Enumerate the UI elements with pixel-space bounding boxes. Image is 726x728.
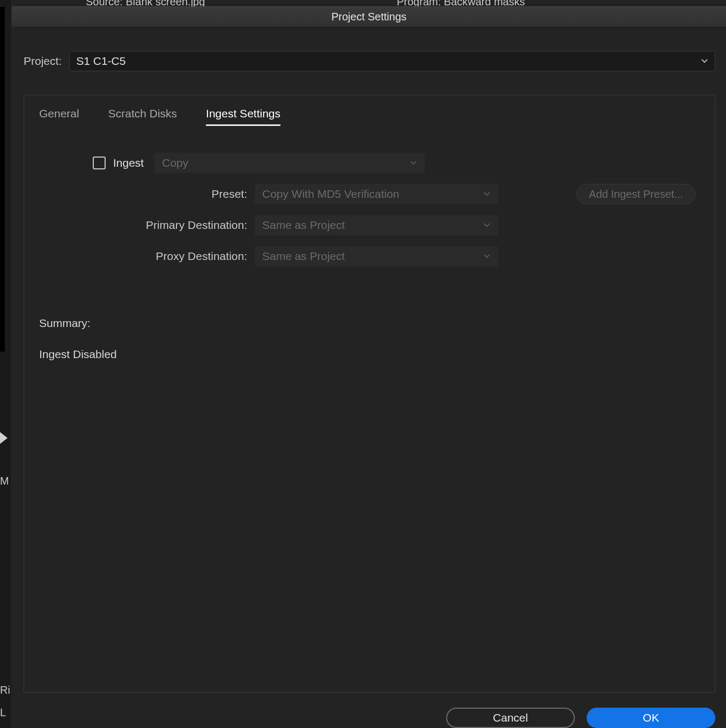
bg-left-dark [0,7,5,352]
proxy-destination-row: Proxy Destination: Same as Project [39,246,700,266]
chevron-down-icon [483,190,491,198]
project-select-value: S1 C1-C5 [76,55,125,68]
proxy-destination-value: Same as Project [262,250,345,263]
ingest-checkbox-label: Ingest [113,157,144,169]
summary-block: Summary: Ingest Disabled [24,277,715,361]
ingest-settings-body: Ingest Copy Preset: Copy With MD5 Verifi… [24,126,715,277]
summary-text: Ingest Disabled [39,348,700,361]
ingest-checkbox[interactable] [93,157,106,169]
project-select[interactable]: S1 C1-C5 [69,51,715,71]
chevron-down-icon [701,57,708,65]
project-settings-dialog: Project Settings Project: S1 C1-C5 Gener… [12,6,726,728]
preset-row: Preset: Copy With MD5 Verification Add I… [39,184,700,204]
cancel-button[interactable]: Cancel [446,708,575,728]
settings-panel: General Scratch Disks Ingest Settings In… [24,95,715,693]
preset-label: Preset: [39,188,247,200]
ingest-form: Preset: Copy With MD5 Verification Add I… [39,184,700,266]
ingest-enable-row: Ingest Copy [93,153,700,173]
primary-destination-value: Same as Project [262,219,345,232]
project-row: Project: S1 C1-C5 [12,27,726,71]
tab-scratch-disks[interactable]: Scratch Disks [108,107,177,126]
chevron-down-icon [483,252,491,260]
ok-button[interactable]: OK [587,708,715,728]
summary-title: Summary: [39,317,700,330]
proxy-destination-select[interactable]: Same as Project [255,246,498,266]
chevron-down-icon [410,159,417,167]
project-label: Project: [24,55,62,68]
proxy-destination-label: Proxy Destination: [39,250,247,263]
bg-frag-l: L [0,707,6,719]
bg-frag-m: M [0,475,9,487]
primary-destination-label: Primary Destination: [39,219,247,232]
ingest-mode-select[interactable]: Copy [154,153,425,173]
tab-general[interactable]: General [39,107,79,126]
dialog-title: Project Settings [12,7,726,27]
bg-frag-ri: Ri [0,684,10,696]
tab-ingest-settings[interactable]: Ingest Settings [206,107,280,126]
ingest-mode-value: Copy [162,157,188,169]
preset-select[interactable]: Copy With MD5 Verification [255,184,498,204]
preset-value: Copy With MD5 Verification [262,188,399,200]
primary-destination-row: Primary Destination: Same as Project [39,215,700,235]
dialog-button-row: Cancel OK [12,693,726,728]
add-ingest-preset-button[interactable]: Add Ingest Preset... [576,184,695,204]
tabs: General Scratch Disks Ingest Settings [24,95,715,126]
chevron-down-icon [483,221,491,229]
primary-destination-select[interactable]: Same as Project [255,215,498,235]
